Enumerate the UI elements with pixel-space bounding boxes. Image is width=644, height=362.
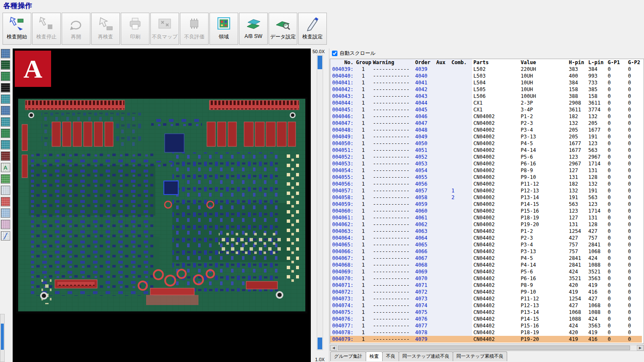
table-row-004057[interactable]: 004057:1------------40571CN04002P12-1313… bbox=[330, 187, 644, 194]
hscrollbar-track[interactable] bbox=[337, 345, 637, 351]
teal-view-1-icon[interactable] bbox=[1, 95, 10, 104]
table-row-004077[interactable]: 004077:1------------4077CN04402P15-16424… bbox=[330, 322, 644, 329]
table-row-004056[interactable]: 004056:1------------4056CN04002P11-12182… bbox=[330, 181, 644, 187]
cell-comb bbox=[450, 329, 472, 336]
region-icon bbox=[215, 15, 232, 32]
table-row-004066[interactable]: 004066:1------------4066CN04402P3-137571… bbox=[330, 248, 644, 255]
table-row-004079[interactable]: 004079:1------------4079CN04402P19-20419… bbox=[330, 336, 644, 343]
table-row-004063[interactable]: 004063:1------------4063CN04402P1-212544… bbox=[330, 228, 644, 235]
table-row-004068[interactable]: 004068:1------------4068CN04402P4-142841… bbox=[330, 262, 644, 268]
cell-no: 004058: bbox=[330, 194, 355, 201]
letter-a-icon[interactable]: A bbox=[1, 163, 10, 172]
tab-same-step-cumulative-defect[interactable]: 同一ステップ累積不良 bbox=[453, 351, 507, 361]
table-row-004075[interactable]: 004075:1------------4075CN04402P13-14106… bbox=[330, 309, 644, 316]
table-row-004039[interactable]: 004039:1------------4039L502220UH3833840… bbox=[330, 66, 644, 73]
scroll-left-arrow-icon[interactable]: ◀ bbox=[330, 345, 337, 351]
view-slider-thumb[interactable] bbox=[318, 338, 322, 349]
table-row-004048[interactable]: 004048:1------------4048CN04002P3-420516… bbox=[330, 127, 644, 133]
cell-warning: ------------ bbox=[372, 86, 414, 93]
table-row-004061[interactable]: 004061:1------------4061CN04002P18-19127… bbox=[330, 214, 644, 221]
teal-view-2-icon[interactable] bbox=[1, 117, 10, 127]
print-icon bbox=[127, 15, 144, 32]
zoom-slider-thumb[interactable] bbox=[318, 56, 322, 69]
table-row-004054[interactable]: 004054:1------------4054CN04002P8-912713… bbox=[330, 167, 644, 174]
green-grid-icon[interactable] bbox=[1, 174, 10, 184]
toolbar-button-data-settings[interactable]: データ設定 bbox=[269, 13, 297, 45]
side-scrollbar-thumb[interactable] bbox=[1, 324, 4, 350]
table-row-004071[interactable]: 004071:1------------4071CN04402P8-942041… bbox=[330, 282, 644, 289]
table-row-004052[interactable]: 004052:1------------4052CN04002P5-612329… bbox=[330, 154, 644, 160]
table-row-004078[interactable]: 004078:1------------4078CN04402P18-19420… bbox=[330, 329, 644, 336]
table-row-004058[interactable]: 004058:1------------40582CN04002P13-1419… bbox=[330, 194, 644, 201]
table-row-004043[interactable]: 004043:1------------4043L506100UH3881580… bbox=[330, 93, 644, 100]
blue-grid-icon[interactable] bbox=[1, 208, 10, 218]
cell-no: 004050: bbox=[330, 140, 355, 147]
cell-order: 4039 bbox=[414, 66, 435, 73]
cell-group: 1 bbox=[355, 154, 372, 160]
table-row-004042[interactable]: 004042:1------------4042L50510UH15838500 bbox=[330, 86, 644, 93]
table-row-004050[interactable]: 004050:1------------4050CN04002P4-516771… bbox=[330, 140, 644, 147]
toolbar-button-inspect-start[interactable]: 検査開始 bbox=[3, 13, 31, 45]
table-row-004055[interactable]: 004055:1------------4055CN04002P9-101311… bbox=[330, 174, 644, 181]
table-row-004070[interactable]: 004070:1------------4070CN04402P6-163521… bbox=[330, 275, 644, 282]
table-row-004040[interactable]: 004040:1------------4040L50310UH40099300 bbox=[330, 73, 644, 79]
tab-inspection[interactable]: 検査 bbox=[366, 351, 383, 361]
red-marker-icon[interactable] bbox=[1, 197, 10, 206]
table-row-004062[interactable]: 004062:1------------4062CN04002P19-20131… bbox=[330, 221, 644, 228]
tab-defect[interactable]: 不良 bbox=[382, 351, 399, 361]
table-row-004053[interactable]: 004053:1------------4053CN04002P6-162967… bbox=[330, 160, 644, 167]
table-row-004060[interactable]: 004060:1------------4060CN04002P15-16123… bbox=[330, 208, 644, 214]
table-row-004041[interactable]: 004041:1------------4041L50410UH38473300 bbox=[330, 79, 644, 86]
blue-view-2-icon[interactable] bbox=[1, 106, 10, 115]
table-row-004074[interactable]: 004074:1------------4074CN04402P12-13427… bbox=[330, 302, 644, 309]
checker-board-icon[interactable] bbox=[1, 83, 10, 92]
table-row-004046[interactable]: 004046:1------------4046CN04002P1-218213… bbox=[330, 113, 644, 120]
view-vertical-slider[interactable] bbox=[317, 55, 323, 350]
scroll-right-arrow-icon[interactable]: ▶ bbox=[637, 345, 644, 351]
pink-grid-icon[interactable] bbox=[1, 220, 10, 229]
table-row-004051[interactable]: 004051:1------------4051CN04002P4-141677… bbox=[330, 147, 644, 154]
table-row-004065[interactable]: 004065:1------------4065CN04402P3-475728… bbox=[330, 241, 644, 248]
toolbar-button-ab-sw[interactable]: A/B SW bbox=[239, 13, 268, 45]
table-row-004049[interactable]: 004049:1------------4049CN04002P3-132051… bbox=[330, 133, 644, 140]
probe-tool-icon[interactable]: ╱ bbox=[1, 231, 10, 240]
cell-hpin: 419 bbox=[568, 289, 587, 295]
tab-same-step-continuous-defect[interactable]: 同一ステップ連続不良 bbox=[399, 351, 453, 361]
cell-no: 004069: bbox=[330, 268, 355, 275]
table-row-004064[interactable]: 004064:1------------4064CN04402P2-342775… bbox=[330, 235, 644, 241]
cell-comb bbox=[450, 268, 472, 275]
light-panel-icon[interactable] bbox=[1, 186, 10, 195]
table-row-004069[interactable]: 004069:1------------4069CN04402P5-642435… bbox=[330, 268, 644, 275]
toolbar-button-reinspect: 再検査 bbox=[91, 13, 120, 45]
cell-group: 1 bbox=[355, 235, 372, 241]
table-row-004067[interactable]: 004067:1------------4067CN04402P4-528414… bbox=[330, 255, 644, 262]
blue-view-icon[interactable] bbox=[1, 49, 10, 58]
green-board-icon[interactable] bbox=[1, 72, 10, 81]
hscrollbar-thumb[interactable] bbox=[338, 346, 630, 350]
cell-comb bbox=[450, 113, 472, 120]
cell-order: 4054 bbox=[414, 167, 435, 174]
table-row-004059[interactable]: 004059:1------------4059CN04002P14-15563… bbox=[330, 201, 644, 208]
red-board-icon[interactable] bbox=[1, 151, 10, 161]
cell-no: 004043: bbox=[330, 93, 355, 100]
green-marker-icon[interactable] bbox=[1, 129, 10, 138]
table-row-004045[interactable]: 004045:1------------4045CX13-4P361137740… bbox=[330, 106, 644, 113]
toolbar-button-inspect-settings[interactable]: 検査設定 bbox=[298, 13, 327, 45]
table-hscrollbar[interactable]: ◀ ▶ bbox=[330, 345, 644, 351]
side-scrollbar[interactable] bbox=[0, 314, 5, 362]
column-header-gp2: G-P2 bbox=[627, 59, 642, 66]
cell-parts: CN04402 bbox=[472, 248, 519, 255]
pcb-view-canvas[interactable]: A bbox=[13, 49, 311, 362]
tab-group-summary[interactable]: グループ集計 bbox=[330, 351, 366, 361]
table-row-004044[interactable]: 004044:1------------4044CX12-3P290836110… bbox=[330, 100, 644, 106]
table-row-004076[interactable]: 004076:1------------4076CN04402P14-15108… bbox=[330, 316, 644, 322]
cell-aux bbox=[435, 316, 450, 322]
table-row-004072[interactable]: 004072:1------------4072CN04402P9-104194… bbox=[330, 289, 644, 295]
autoscroll-input[interactable] bbox=[332, 51, 337, 56]
teal-view-3-icon[interactable] bbox=[1, 140, 10, 149]
toolbar-button-region[interactable]: 領域 bbox=[209, 13, 238, 45]
table-row-004073[interactable]: 004073:1------------4073CN04402P11-12125… bbox=[330, 295, 644, 302]
table-row-004047[interactable]: 004047:1------------4047CN04002P2-313220… bbox=[330, 120, 644, 127]
dark-board-icon[interactable] bbox=[1, 60, 10, 70]
autoscroll-checkbox[interactable]: 自動スクロール bbox=[332, 50, 375, 57]
